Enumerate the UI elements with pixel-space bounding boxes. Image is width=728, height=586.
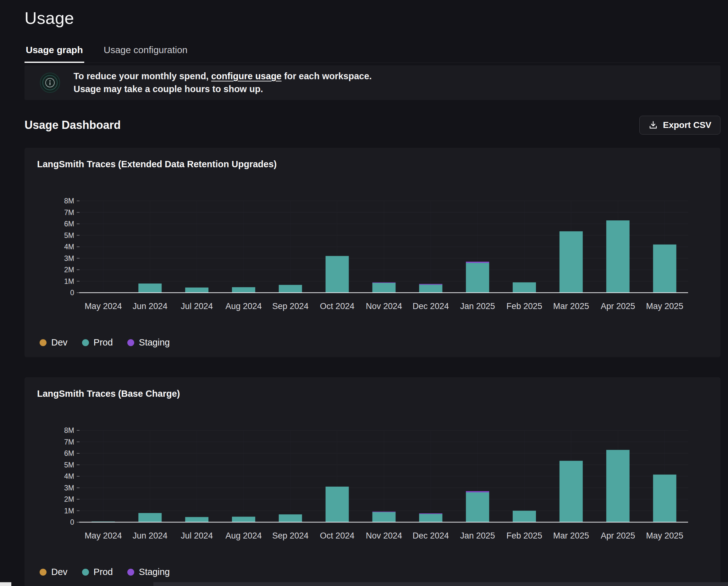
chart-card-extended-retention: LangSmith Traces (Extended Data Retentio… [25,148,721,357]
legend-prod-dot [82,339,89,346]
svg-text:Apr 2025: Apr 2025 [601,531,635,540]
download-icon [648,120,658,130]
banner-text-part: for each workspace. [282,71,372,81]
svg-text:Feb 2025: Feb 2025 [506,531,542,540]
legend-item-dev[interactable]: Dev [40,567,68,577]
legend-item-staging[interactable]: Staging [127,567,170,577]
banner-line-2: Usage may take a couple hours to show up… [74,83,372,96]
svg-text:Jun 2024: Jun 2024 [133,302,167,311]
svg-text:Nov 2024: Nov 2024 [366,531,402,540]
svg-text:2M: 2M [64,495,74,503]
svg-text:May 2025: May 2025 [646,302,683,311]
svg-text:3M: 3M [64,254,74,262]
dashboard-header: Usage Dashboard Export CSV [25,116,721,134]
svg-text:Jul 2024: Jul 2024 [181,531,213,540]
horizontal-scrollbar-track[interactable] [153,582,728,586]
svg-text:Apr 2025: Apr 2025 [601,302,635,311]
svg-text:Feb 2025: Feb 2025 [506,302,542,311]
svg-text:May 2024: May 2024 [84,531,122,540]
svg-text:7M: 7M [64,438,74,446]
svg-text:3M: 3M [64,484,74,492]
info-icon [40,72,60,93]
svg-text:Mar 2025: Mar 2025 [553,531,589,540]
svg-text:Sep 2024: Sep 2024 [272,531,309,540]
export-csv-button[interactable]: Export CSV [639,116,721,134]
svg-text:Jul 2024: Jul 2024 [181,302,213,311]
legend-prod-label: Prod [94,337,113,348]
tab-usage-graph[interactable]: Usage graph [25,42,84,63]
svg-text:Dec 2024: Dec 2024 [413,531,449,540]
svg-text:May 2025: May 2025 [646,531,683,540]
svg-text:May 2024: May 2024 [84,302,122,311]
chart-title-base-charge: LangSmith Traces (Base Charge) [37,388,712,399]
svg-text:Dec 2024: Dec 2024 [413,302,449,311]
legend-item-dev[interactable]: Dev [40,337,68,348]
usage-bar-chart-extended-retention[interactable]: May 2024Jun 2024Jul 2024Aug 2024Sep 2024… [36,189,709,318]
legend-prod-label: Prod [94,567,113,577]
svg-text:1M: 1M [64,507,74,515]
legend-staging-label: Staging [139,337,170,348]
horizontal-scrollbar-thumb[interactable] [0,582,11,586]
legend-staging-dot [127,339,134,346]
legend-item-prod[interactable]: Prod [82,567,113,577]
chart-legend: Dev Prod Staging [40,567,712,577]
svg-text:8M: 8M [64,197,74,205]
legend-prod-dot [82,569,89,576]
svg-text:Jan 2025: Jan 2025 [460,302,495,311]
svg-text:0: 0 [70,288,74,297]
banner-line-1: To reduce your monthly spend, configure … [74,70,372,83]
dashboard-heading: Usage Dashboard [25,119,121,132]
legend-item-prod[interactable]: Prod [82,337,113,348]
export-csv-label: Export CSV [663,120,711,130]
legend-item-staging[interactable]: Staging [127,337,170,348]
tab-usage-configuration[interactable]: Usage configuration [102,42,189,62]
legend-staging-label: Staging [139,567,170,577]
svg-text:Oct 2024: Oct 2024 [320,531,355,540]
svg-text:6M: 6M [64,220,74,228]
banner-text-part: To reduce your monthly spend, [74,71,211,81]
svg-text:Aug 2024: Aug 2024 [225,302,262,311]
svg-text:2M: 2M [64,266,74,274]
usage-bar-chart-base-charge[interactable]: May 2024Jun 2024Jul 2024Aug 2024Sep 2024… [36,419,709,547]
svg-text:Oct 2024: Oct 2024 [320,302,355,311]
svg-text:4M: 4M [64,472,74,480]
svg-text:4M: 4M [64,243,74,251]
legend-dev-label: Dev [51,337,68,348]
svg-text:5M: 5M [64,231,74,239]
svg-text:Jun 2024: Jun 2024 [133,531,167,540]
svg-text:5M: 5M [64,461,74,469]
svg-text:7M: 7M [64,208,74,216]
page-title: Usage [25,8,721,28]
chart-legend: Dev Prod Staging [40,337,712,348]
legend-dev-dot [40,339,47,346]
svg-text:Sep 2024: Sep 2024 [272,302,309,311]
svg-text:Aug 2024: Aug 2024 [225,531,262,540]
svg-text:Jan 2025: Jan 2025 [460,531,495,540]
banner-text: To reduce your monthly spend, configure … [74,70,372,96]
chart-card-base-charge: LangSmith Traces (Base Charge) May 2024J… [25,377,721,586]
tab-bar: Usage graph Usage configuration [25,42,721,63]
chart-title-extended-retention: LangSmith Traces (Extended Data Retentio… [37,159,712,170]
svg-text:6M: 6M [64,449,74,457]
info-banner: To reduce your monthly spend, configure … [25,66,721,100]
legend-staging-dot [127,569,134,576]
configure-usage-link[interactable]: configure usage [211,71,282,81]
svg-text:0: 0 [70,518,74,526]
svg-text:Nov 2024: Nov 2024 [366,302,402,311]
svg-text:8M: 8M [64,426,74,434]
usage-page: Usage Usage graph Usage configuration To… [0,0,728,586]
legend-dev-dot [40,569,47,576]
svg-text:Mar 2025: Mar 2025 [553,302,589,311]
svg-text:1M: 1M [64,277,74,285]
legend-dev-label: Dev [51,567,68,577]
